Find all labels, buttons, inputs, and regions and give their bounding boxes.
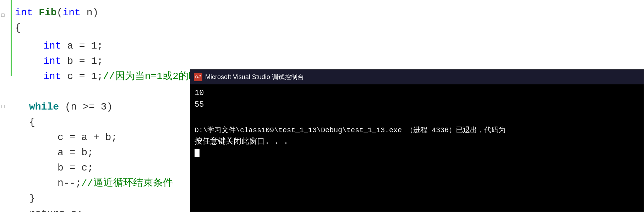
code-line-4: int b = 1; [0,46,644,61]
console-output-1: 10 [195,87,639,99]
console-cursor [195,149,200,157]
console-output-2: 55 [195,99,639,111]
code-line-2: { [0,15,644,30]
stmt-return-c: return c; [29,206,83,212]
console-title: Microsoft Visual Studio 调试控制台 [205,73,304,81]
console-body: 10 55 D:\学习文件\class109\test_1_13\Debug\t… [190,84,644,212]
console-app-icon: c# [194,73,202,81]
console-titlebar: c# Microsoft Visual Studio 调试控制台 [190,69,644,84]
console-output-path: D:\学习文件\class109\test_1_13\Debug\test_1_… [195,125,639,136]
console-path-text: D:\学习文件\class109\test_1_13\Debug\test_1_… [195,126,506,134]
code-editor: □ int Fib ( int n ) { [0,0,644,212]
console-window: c# Microsoft Visual Studio 调试控制台 10 55 D… [190,69,644,212]
code-line-3: int a = 1; [0,30,644,46]
console-output-prompt: 按任意键关闭此窗口. . . [195,136,639,147]
code-line-1: □ int Fib ( int n ) [0,0,644,15]
console-icon-label: c# [195,74,201,80]
console-prompt-text: 按任意键关闭此窗口. . . [195,137,288,146]
